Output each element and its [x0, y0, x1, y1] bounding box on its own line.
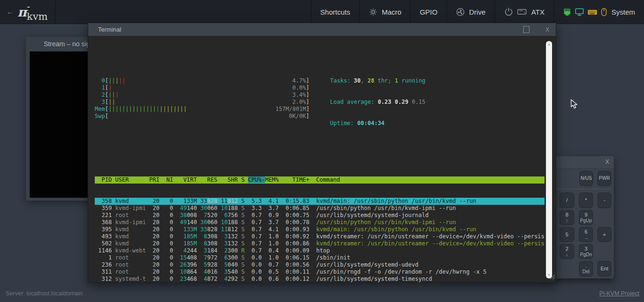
menu-label: Drive — [469, 8, 486, 16]
back-arrow-icon[interactable]: ← — [7, 8, 13, 16]
numpad-key-numlock[interactable]: N/US — [579, 171, 593, 186]
load-average-line: Load average: 0.23 0.29 0.15 — [330, 99, 425, 106]
process-table-header[interactable]: PID USER PRI NI VIRT RES SHR S CPU%-MEM%… — [95, 176, 545, 184]
numpad-key-8[interactable]: 8↑ — [560, 210, 574, 225]
maximize-icon — [523, 26, 529, 33]
process-row[interactable]: 502 kvmd 20 0 185M 8308 3132 S 0.7 1.0 0… — [95, 240, 545, 247]
htop-output: 0[||||| 4.7%] 1[| 0.0%] 2[||| 3.4%] 3[|| — [95, 49, 545, 282]
cpu-memory-meters: 0[||||| 4.7%] 1[| 0.0%] 2[||| 3.4%] 3[|| — [95, 77, 545, 120]
numpad-key-3[interactable]: 3PgDn — [579, 244, 593, 259]
pikvm-app: ← π -kvm Shortcuts Macro GPIO Drive — [0, 0, 644, 302]
menu-label: Macro — [382, 8, 402, 16]
process-row[interactable]: 358 kvmd 20 0 133M 33828 11812 S 5.3 4.1… — [95, 198, 545, 205]
logo-pi: π — [17, 6, 27, 18]
menu-label: ATX — [531, 8, 545, 16]
process-row[interactable]: 311 root 20 0 10864 4016 3540 S 0.0 0.5 … — [95, 268, 545, 276]
logo[interactable]: ← π -kvm — [0, 0, 56, 24]
menu-item-drive[interactable]: Drive — [446, 0, 495, 24]
menu-item-system[interactable]: System — [553, 0, 644, 24]
terminal-content[interactable]: 0[||||| 4.7%] 1[| 0.0%] 2[||| 3.4%] 3[|| — [88, 36, 556, 282]
numpad-key-plus[interactable]: + — [597, 227, 611, 242]
tasks-line: Tasks: 30, 28 thr; 1 running — [330, 77, 425, 84]
numpad-key-9[interactable]: 9PgUp — [579, 210, 593, 225]
numpad-key-2[interactable]: 2↓ — [560, 244, 574, 259]
uptime-line: Uptime: 00:04:34 — [330, 120, 425, 127]
menu-item-shortcuts[interactable]: Shortcuts — [311, 0, 359, 24]
process-row[interactable]: 1 root 20 0 15408 7972 6300 S 0.0 1.0 0:… — [95, 254, 545, 261]
pikvm-project-link[interactable]: Pi-KVM Project — [599, 290, 639, 297]
meter-2: 2[||| 3.4%] — [95, 92, 545, 99]
process-row[interactable]: 236 root 20 0 26396 5928 5040 S 0.0 0.7 … — [95, 261, 545, 268]
meter-1: 1[| 0.0%] — [95, 84, 545, 92]
ethernet-status-icon — [563, 8, 571, 16]
process-row[interactable]: 359 kvmd-ipmi 20 0 49140 30060 10188 S 3… — [95, 205, 545, 212]
numpad-key-enter[interactable]: Ent — [597, 261, 611, 277]
scrollbar-up-icon[interactable]: ▲ — [546, 42, 552, 47]
scrollbar[interactable]: ▲ ▼ — [546, 41, 552, 278]
numpad-key-6[interactable]: 6→ — [579, 227, 593, 242]
menu-label: System — [611, 8, 635, 16]
gear-icon — [369, 8, 378, 17]
top-navigation: Shortcuts Macro GPIO Drive — [311, 0, 644, 24]
htop-header-area: 0[||||| 4.7%] 1[| 0.0%] 2[||| 3.4%] 3[|| — [95, 63, 545, 141]
numpad-key-multiply[interactable]: * — [579, 193, 593, 208]
maximize-button[interactable] — [523, 26, 529, 33]
numpad-key-5[interactable]: 5 — [560, 227, 574, 242]
disc-fan-icon — [456, 8, 465, 17]
terminal-window: Terminal X 0[||||| 4.7%] 1[| 0.0%] 2[||| — [88, 23, 556, 283]
top-menu-bar: ← π -kvm Shortcuts Macro GPIO Drive — [0, 0, 644, 24]
mouse-cursor-icon — [570, 99, 578, 111]
numpad-key-power[interactable]: PWR — [597, 171, 611, 186]
terminal-titlebar[interactable]: Terminal X — [88, 23, 556, 36]
process-row[interactable]: 493 kvmd 20 0 185M 8308 3132 S 0.7 1.0 0… — [95, 233, 545, 240]
keyboard-status-icon — [587, 8, 597, 16]
psu-box-icon — [517, 8, 527, 16]
menu-label: Shortcuts — [320, 8, 350, 16]
tasks-summary: Tasks: 30, 28 thr; 1 running Load averag… — [330, 63, 425, 141]
process-rows: 358 kvmd 20 0 133M 33828 11812 S 5.3 4.1… — [95, 198, 545, 282]
monitor-status-icon — [575, 8, 584, 16]
terminal-title: Terminal — [88, 26, 523, 33]
numpad-key-del[interactable]: .Del — [579, 261, 593, 277]
process-row[interactable]: 312 systemd-t 20 0 23468 4872 4292 S 0.0… — [95, 276, 545, 282]
meter-3: 3[|| 2.0%] — [95, 99, 545, 106]
meter-swp: Swp[ 0K/0K] — [95, 113, 545, 120]
menu-item-atx[interactable]: ATX — [495, 0, 553, 24]
process-row[interactable]: 221 root 20 0 38008 7520 6756 S 0.7 0.9 … — [95, 212, 545, 219]
close-button[interactable]: X — [545, 26, 549, 33]
resize-grip-icon[interactable] — [549, 273, 555, 282]
process-row[interactable]: 395 kvmd 20 0 133M 33828 11812 S 0.7 4.1… — [95, 226, 545, 233]
process-row[interactable]: 1146 kvmd-webt 20 0 4244 3184 2300 R 0.7… — [95, 247, 545, 254]
numpad-key-minus[interactable]: - — [597, 193, 611, 208]
meter-0: 0[||||| 4.7%] — [95, 77, 545, 84]
close-icon[interactable]: X — [605, 159, 609, 165]
menu-item-gpio[interactable]: GPIO — [410, 0, 446, 24]
logo-text: -kvm — [27, 2, 49, 22]
power-icon — [504, 7, 513, 17]
mouse-status-icon — [601, 8, 607, 17]
menu-label: GPIO — [420, 8, 438, 16]
numpad-key-divide[interactable]: / — [560, 193, 574, 208]
process-row[interactable]: 368 kvmd-ipmi 20 0 49140 30060 10188 S 0… — [95, 219, 545, 226]
menu-item-macro[interactable]: Macro — [359, 0, 411, 24]
server-label: Server: localhost.localdomain — [6, 290, 83, 297]
meter-mem: Mem[||||||||||||||||||||||| 157M/801M] — [95, 106, 545, 113]
